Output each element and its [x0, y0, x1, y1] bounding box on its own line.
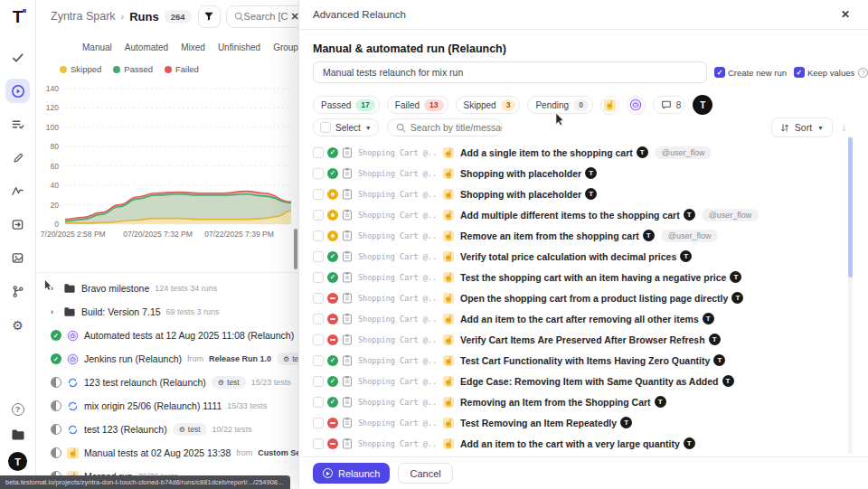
- tab-automated[interactable]: Automated: [125, 42, 168, 52]
- run-row[interactable]: Jenkins run (Relaunch) from Release Run …: [36, 347, 298, 371]
- app-logo[interactable]: T: [13, 7, 24, 27]
- run-name[interactable]: Build: Version 7.15: [81, 306, 161, 317]
- filter-pending[interactable]: Pending0: [527, 96, 592, 114]
- tab-groups[interactable]: Groups: [273, 42, 298, 52]
- filter-button[interactable]: [198, 5, 221, 28]
- run-row[interactable]: ☝ Manual tests at 02 Aug 2025 13:38 from…: [36, 441, 298, 465]
- tasks-icon[interactable]: [5, 45, 30, 70]
- test-checkbox[interactable]: [313, 438, 324, 449]
- select-dropdown[interactable]: Select▼: [313, 118, 379, 136]
- test-row[interactable]: Shopping Cart @... ☝ Test the shopping c…: [313, 267, 854, 287]
- test-checkbox[interactable]: [313, 293, 324, 304]
- runs-icon[interactable]: [5, 79, 30, 103]
- media-icon[interactable]: [5, 246, 30, 270]
- filter-automated-icon[interactable]: [627, 96, 646, 115]
- test-title[interactable]: Add an item to the cart after removing a…: [460, 314, 699, 324]
- test-title[interactable]: Shopping with placeholder: [460, 168, 581, 179]
- test-row[interactable]: Shopping Cart @... ☝ Test Cart Functiona…: [313, 350, 854, 371]
- sort-button[interactable]: Sort▼: [771, 118, 833, 137]
- test-title[interactable]: Test Removing an Item Repeatedly: [460, 418, 617, 428]
- test-row[interactable]: Shopping Cart @... ☝ Remove an item from…: [313, 225, 854, 246]
- run-name-input[interactable]: [313, 61, 707, 83]
- test-title[interactable]: Verify Cart Items Are Preserved After Br…: [460, 334, 705, 345]
- test-checkbox[interactable]: [313, 272, 324, 283]
- filter-failed[interactable]: Failed13: [387, 96, 448, 114]
- run-name[interactable]: Manual tests at 02 Aug 2025 13:38: [84, 447, 231, 458]
- sort-direction-icon[interactable]: ↓: [841, 121, 846, 134]
- breadcrumb-project[interactable]: Zyntra Spark: [51, 10, 116, 23]
- test-row[interactable]: Shopping Cart @... ☝ Verify Cart Items A…: [313, 329, 854, 350]
- filter-manual-icon[interactable]: ☝: [600, 96, 619, 115]
- filter-passed[interactable]: Passed17: [313, 96, 380, 114]
- run-row[interactable]: › Bravo milestone 124 tests 34 runs: [36, 277, 298, 300]
- test-row[interactable]: Shopping Cart @... ☝ Shopping with place…: [313, 163, 854, 183]
- test-search-input[interactable]: [410, 122, 503, 133]
- clear-search-icon[interactable]: ✕: [291, 11, 298, 23]
- testomat-filter-icon[interactable]: T: [693, 95, 712, 115]
- runs-search[interactable]: ✕: [226, 5, 298, 28]
- panel-scrollbar-thumb[interactable]: [848, 137, 853, 277]
- run-row[interactable]: Automated tests at 12 Aug 2025 11:08 (Re…: [36, 324, 298, 347]
- test-checkbox[interactable]: [313, 418, 324, 428]
- tab-manual[interactable]: Manual: [82, 42, 112, 52]
- chevron-right-icon[interactable]: ›: [51, 307, 58, 316]
- test-checkbox[interactable]: [313, 210, 324, 221]
- test-plans-icon[interactable]: [5, 112, 30, 136]
- run-name[interactable]: Automated tests at 12 Aug 2025 11:08 (Re…: [84, 330, 294, 341]
- test-row[interactable]: Shopping Cart @... ☝ Open the shopping c…: [313, 287, 854, 308]
- test-title[interactable]: Shopping with placeholder: [460, 189, 581, 200]
- breadcrumb-section[interactable]: Runs: [129, 10, 159, 24]
- run-row[interactable]: › Build: Version 7.15 69 tests 3 runs: [36, 300, 298, 324]
- test-row[interactable]: Shopping Cart @... ☝ Shopping with place…: [313, 183, 854, 204]
- left-scrollbar-thumb[interactable]: [294, 229, 297, 269]
- run-name[interactable]: Bravo milestone: [81, 283, 149, 294]
- test-checkbox[interactable]: [313, 189, 324, 200]
- select-all-checkbox[interactable]: [320, 122, 331, 133]
- help-tooltip-icon[interactable]: ?: [858, 68, 868, 78]
- test-title[interactable]: Add a single item to the shopping cart: [460, 147, 633, 158]
- test-checkbox[interactable]: [313, 168, 324, 179]
- test-row[interactable]: Shopping Cart @... ☝ Verify total price …: [313, 246, 854, 267]
- run-name[interactable]: Jenkins run (Relaunch): [84, 353, 182, 364]
- test-title[interactable]: Edge Case: Removing Item with Same Quant…: [460, 376, 719, 387]
- test-row[interactable]: Shopping Cart @... ☝ Add multiple differ…: [313, 204, 854, 225]
- create-new-run-checkbox[interactable]: [714, 67, 725, 78]
- panel-scrollbar[interactable]: [848, 136, 853, 454]
- pulse-icon[interactable]: [5, 179, 30, 203]
- relaunch-button[interactable]: Relaunch: [313, 463, 390, 484]
- test-checkbox[interactable]: [313, 334, 324, 345]
- tab-unfinished[interactable]: Unfinished: [218, 42, 260, 52]
- run-name[interactable]: 123 test relaunch (Relaunch): [84, 377, 206, 388]
- keep-values-checkbox[interactable]: [794, 67, 805, 78]
- run-row[interactable]: mix origin 25/06 (Relaunch) 1111 15/33 t…: [36, 394, 298, 418]
- test-checkbox[interactable]: [313, 251, 324, 262]
- test-checkbox[interactable]: [313, 314, 324, 324]
- test-checkbox[interactable]: [313, 355, 324, 366]
- test-row[interactable]: Shopping Cart @... ☝ Edge Case: Removing…: [313, 371, 854, 391]
- test-row[interactable]: Shopping Cart @... ☝ Add an item to the …: [313, 308, 854, 329]
- folder-bottom-icon[interactable]: [11, 428, 25, 441]
- run-row[interactable]: 123 test relaunch (Relaunch) ⚙test 15/23…: [36, 371, 298, 394]
- test-title[interactable]: Open the shopping cart from a product li…: [460, 293, 728, 304]
- gear-icon[interactable]: ⚙: [5, 313, 30, 337]
- test-checkbox[interactable]: [313, 397, 324, 408]
- test-checkbox[interactable]: [313, 230, 324, 241]
- filter-skipped[interactable]: Skipped3: [456, 96, 521, 114]
- test-title[interactable]: Add multiple different items to the shop…: [460, 210, 680, 221]
- test-title[interactable]: Test the shopping cart with an item havi…: [460, 272, 726, 283]
- branch-icon[interactable]: [5, 279, 30, 304]
- runs-search-input[interactable]: [244, 11, 289, 22]
- test-title[interactable]: Removing an Item from the Shopping Cart: [460, 397, 651, 408]
- tab-mixed[interactable]: Mixed: [181, 42, 205, 52]
- test-search[interactable]: [387, 118, 503, 136]
- run-name[interactable]: test 123 (Relaunch): [84, 424, 167, 435]
- test-title[interactable]: Test Cart Functionality with Items Havin…: [460, 355, 710, 366]
- test-row[interactable]: Shopping Cart @... ☝ Test Removing an It…: [313, 412, 854, 433]
- cancel-button[interactable]: Cancel: [398, 463, 452, 484]
- test-row[interactable]: Shopping Cart @... ☝ Add an item to the …: [313, 433, 854, 454]
- run-name[interactable]: mix origin 25/06 (Relaunch) 1111: [84, 400, 222, 411]
- test-row[interactable]: Shopping Cart @... ☝ Removing an Item fr…: [313, 391, 854, 412]
- edit-icon[interactable]: [5, 146, 30, 170]
- import-icon[interactable]: [5, 212, 30, 237]
- test-checkbox[interactable]: [313, 376, 324, 387]
